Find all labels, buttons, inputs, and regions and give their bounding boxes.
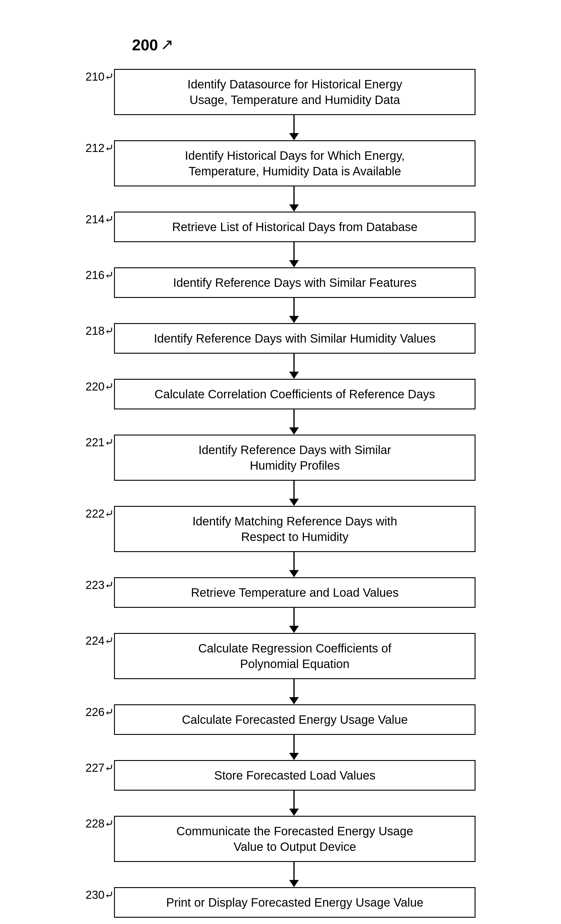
arrow-line: [293, 298, 295, 316]
step-text-224: Calculate Regression Coefficients ofPoly…: [198, 640, 391, 672]
step-223: Retrieve Temperature and Load Values: [114, 577, 475, 608]
step-number-221: 221⤶: [86, 435, 114, 449]
step-222: Identify Matching Reference Days withRes…: [114, 506, 475, 552]
step-number-230: 230⤶: [86, 887, 114, 902]
arrow-line: [293, 608, 295, 626]
step-number-228: 228⤶: [86, 816, 114, 830]
arrow-head: [289, 570, 299, 577]
diagram-main-label: 200: [132, 36, 158, 54]
arrow-line: [293, 354, 295, 372]
step-text-210: Identify Datasource for Historical Energ…: [188, 76, 402, 108]
arrow-line: [293, 481, 295, 499]
diagram-container: 200 ↗ 210⤶Identify Datasource for Histor…: [0, 12, 561, 918]
arrow-head: [289, 133, 299, 140]
arrow-line: [293, 115, 295, 133]
step-label-box: 226⤶Calculate Forecasted Energy Usage Va…: [86, 704, 475, 735]
step-226: Calculate Forecasted Energy Usage Value: [114, 704, 475, 735]
step-row: 221⤶Identify Reference Days with Similar…: [0, 435, 561, 506]
arrow-down-212: [289, 186, 299, 212]
step-number-220: 220⤶: [86, 379, 114, 393]
step-number-226: 226⤶: [86, 704, 114, 719]
step-row: 227⤶Store Forecasted Load Values: [0, 760, 561, 816]
arrow-line: [293, 735, 295, 753]
step-row: 220⤶Calculate Correlation Coefficients o…: [0, 379, 561, 435]
arrow-down-227: [289, 790, 299, 816]
arrow-down-214: [289, 242, 299, 267]
step-label-box: 216⤶Identify Reference Days with Similar…: [86, 267, 475, 298]
step-text-221: Identify Reference Days with SimilarHumi…: [198, 442, 391, 473]
arrow-head: [289, 316, 299, 323]
step-label-box: 210⤶Identify Datasource for Historical E…: [86, 69, 475, 115]
step-210: Identify Datasource for Historical Energ…: [114, 69, 475, 115]
step-number-214: 214⤶: [86, 212, 114, 226]
step-text-227: Store Forecasted Load Values: [214, 768, 375, 783]
step-number-218: 218⤶: [86, 323, 114, 338]
step-number-224: 224⤶: [86, 633, 114, 647]
arrow-line: [293, 862, 295, 880]
arrow-down-220: [289, 410, 299, 435]
arrow-down-221: [289, 481, 299, 506]
step-row: 210⤶Identify Datasource for Historical E…: [0, 69, 561, 140]
arrow-head: [289, 260, 299, 267]
step-220: Calculate Correlation Coefficients of Re…: [114, 379, 475, 410]
arrow-head: [289, 880, 299, 887]
arrow-head: [289, 753, 299, 760]
step-label-box: 220⤶Calculate Correlation Coefficients o…: [86, 379, 475, 410]
step-218: Identify Reference Days with Similar Hum…: [114, 323, 475, 354]
step-number-212: 212⤶: [86, 140, 114, 154]
step-number-210: 210⤶: [86, 69, 114, 83]
step-text-223: Retrieve Temperature and Load Values: [191, 585, 399, 600]
step-number-223: 223⤶: [86, 577, 114, 592]
arrow-line: [293, 552, 295, 570]
arrow-down-228: [289, 862, 299, 887]
arrow-down-216: [289, 298, 299, 323]
arrow-down-226: [289, 735, 299, 760]
step-row: 230⤶Print or Display Forecasted Energy U…: [0, 887, 561, 918]
step-row: 212⤶Identify Historical Days for Which E…: [0, 140, 561, 212]
arrow-down-222: [289, 552, 299, 577]
step-label-box: 222⤶Identify Matching Reference Days wit…: [86, 506, 475, 552]
step-text-222: Identify Matching Reference Days withRes…: [192, 513, 397, 544]
step-212: Identify Historical Days for Which Energ…: [114, 140, 475, 186]
step-row: 224⤶Calculate Regression Coefficients of…: [0, 633, 561, 704]
step-230: Print or Display Forecasted Energy Usage…: [114, 887, 475, 918]
step-text-228: Communicate the Forecasted Energy UsageV…: [176, 823, 413, 855]
diagram-arrow: ↗: [161, 35, 174, 53]
flow-wrapper: 210⤶Identify Datasource for Historical E…: [0, 57, 561, 918]
arrow-head: [289, 808, 299, 816]
step-216: Identify Reference Days with Similar Fea…: [114, 267, 475, 298]
step-label-box: 214⤶Retrieve List of Historical Days fro…: [86, 212, 475, 242]
step-row: 218⤶Identify Reference Days with Similar…: [0, 323, 561, 379]
arrow-down-223: [289, 608, 299, 633]
step-row: 226⤶Calculate Forecasted Energy Usage Va…: [0, 704, 561, 760]
arrow-down-224: [289, 679, 299, 704]
arrow-line: [293, 410, 295, 428]
arrow-line: [293, 186, 295, 204]
step-row: 214⤶Retrieve List of Historical Days fro…: [0, 212, 561, 267]
arrow-down-218: [289, 354, 299, 379]
step-label-box: 212⤶Identify Historical Days for Which E…: [86, 140, 475, 186]
arrow-head: [289, 626, 299, 633]
arrow-line: [293, 242, 295, 260]
arrow-head: [289, 697, 299, 704]
arrow-head: [289, 204, 299, 212]
step-text-212: Identify Historical Days for Which Energ…: [185, 148, 405, 179]
arrow-down-210: [289, 115, 299, 140]
arrow-line: [293, 679, 295, 697]
step-row: 216⤶Identify Reference Days with Similar…: [0, 267, 561, 323]
step-text-226: Calculate Forecasted Energy Usage Value: [182, 712, 408, 728]
step-number-222: 222⤶: [86, 506, 114, 520]
arrow-head: [289, 372, 299, 379]
step-label-box: 223⤶Retrieve Temperature and Load Values: [86, 577, 475, 608]
arrow-head: [289, 428, 299, 435]
step-label-box: 218⤶Identify Reference Days with Similar…: [86, 323, 475, 354]
step-text-214: Retrieve List of Historical Days from Da…: [172, 219, 418, 235]
step-221: Identify Reference Days with SimilarHumi…: [114, 435, 475, 481]
step-214: Retrieve List of Historical Days from Da…: [114, 212, 475, 242]
step-label-box: 224⤶Calculate Regression Coefficients of…: [86, 633, 475, 679]
step-row: 228⤶Communicate the Forecasted Energy Us…: [0, 816, 561, 887]
step-label-box: 228⤶Communicate the Forecasted Energy Us…: [86, 816, 475, 862]
step-text-220: Calculate Correlation Coefficients of Re…: [155, 386, 435, 402]
step-text-230: Print or Display Forecasted Energy Usage…: [166, 895, 423, 910]
step-label-box: 227⤶Store Forecasted Load Values: [86, 760, 475, 790]
